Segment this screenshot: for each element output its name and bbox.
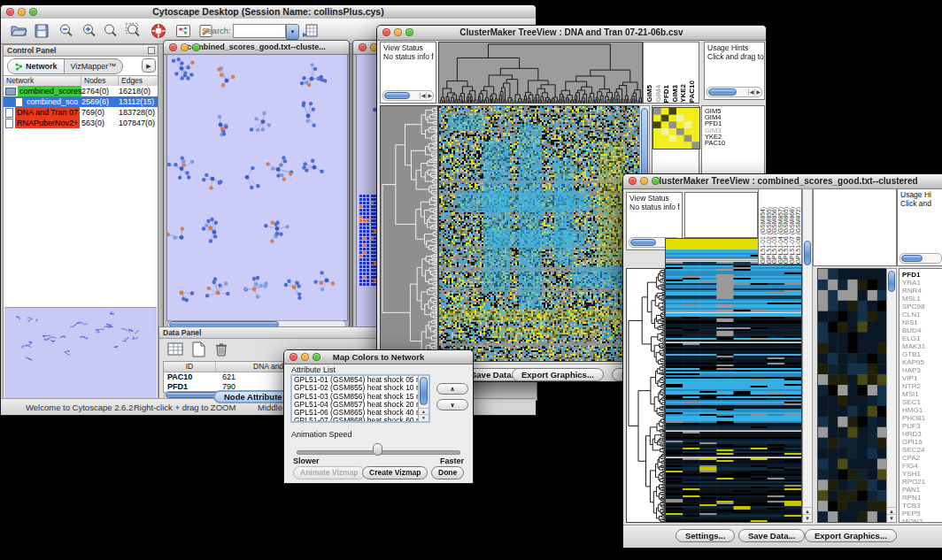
open-session-icon[interactable] (10, 22, 29, 40)
column-header-nodes[interactable]: Nodes (81, 76, 119, 86)
float-panel-icon[interactable] (148, 47, 155, 54)
network-name-label: combined_scores (18, 86, 81, 96)
scroll-right-icon[interactable]: ▶ (426, 92, 433, 99)
row-label: MON2 (902, 518, 942, 523)
scrollbar-thumb[interactable] (420, 377, 428, 405)
zoom-button[interactable] (29, 8, 37, 16)
file-icon (15, 97, 23, 107)
column-label: GIM3 (671, 85, 680, 103)
row-label: VIP1 (902, 374, 942, 382)
import-table-icon[interactable] (302, 22, 321, 40)
move-up-button[interactable]: ∧ (436, 383, 468, 395)
dialog-titlebar[interactable]: Map Colors to Network (284, 350, 473, 364)
zoom-button[interactable] (192, 43, 200, 51)
treeview-button[interactable]: Settings... (676, 529, 735, 542)
new-attribute-icon[interactable] (189, 341, 207, 358)
zoom-button[interactable] (313, 353, 320, 361)
create-vizmap-button[interactable]: Create Vizmap (362, 466, 428, 479)
search-input[interactable] (233, 24, 286, 38)
hints-hscrollbar[interactable] (900, 253, 942, 264)
network-tree-row[interactable]: combined_scores2764(0)16218(0) (4, 86, 158, 96)
scrollbar-thumb[interactable] (708, 88, 737, 96)
minimize-button[interactable] (640, 177, 648, 185)
zoom-button[interactable] (405, 28, 413, 36)
close-button[interactable] (169, 43, 177, 51)
scroll-left-icon[interactable]: ◀ (748, 88, 755, 96)
more-tabs-button[interactable]: ▶ (142, 58, 156, 73)
row-dendrogram[interactable] (626, 268, 665, 523)
minimize-button[interactable] (394, 28, 402, 36)
list-vscrollbar[interactable]: ▲ ▼ (418, 376, 429, 421)
scroll-right-icon[interactable]: ▶ (754, 88, 761, 96)
zoom-heatmap[interactable] (817, 268, 888, 523)
scrollbar-thumb[interactable] (630, 239, 656, 246)
scroll-down-icon[interactable]: ▼ (887, 514, 896, 522)
attribute-item[interactable]: GPL51-07 (GSM868) heat shock 60 min (292, 417, 429, 423)
hints-hscrollbar[interactable]: ◀▶ (706, 87, 762, 97)
status-hscrollbar[interactable]: ◀▶ (382, 90, 434, 101)
zoom-out-icon[interactable] (58, 22, 77, 40)
zoom-in-icon[interactable] (81, 22, 100, 40)
global-heatmap[interactable] (665, 238, 802, 523)
close-button[interactable] (359, 43, 367, 51)
scrollbar-thumb[interactable] (384, 92, 410, 99)
move-down-button[interactable]: ∨ (436, 399, 468, 410)
scrollbar-thumb[interactable] (888, 271, 895, 292)
row-dendrogram[interactable] (380, 105, 438, 362)
column-header-edges[interactable]: Edges (119, 76, 158, 86)
minimize-button[interactable] (18, 8, 26, 16)
network-tree-row[interactable]: combined_sco2569(6)13112(15) (4, 96, 158, 107)
help-lifering-icon[interactable] (150, 22, 169, 40)
attribute-select-icon[interactable] (166, 341, 184, 358)
treeview1-titlebar[interactable]: ClusterMaker TreeView : DNA and Tran 07-… (377, 26, 766, 41)
close-button[interactable] (629, 177, 637, 185)
speed-slider-thumb[interactable] (373, 443, 382, 456)
file-icon (5, 119, 13, 128)
network-overview-thumbnail[interactable] (4, 307, 157, 401)
column-dendrogram-empty (684, 192, 758, 238)
tab-vizmapper[interactable]: VizMapper™ (64, 59, 123, 73)
minimize-button[interactable] (181, 43, 189, 51)
row-label: YRA1 (902, 279, 942, 287)
column-header-id[interactable]: ID (164, 362, 216, 372)
network-view-titlebar[interactable]: combined_scores_good.txt--cluste... (164, 41, 349, 55)
search-dropdown-icon[interactable]: ▼ (286, 24, 299, 40)
tab-network[interactable]: Network (8, 59, 64, 73)
similarity-matrix-heatmap[interactable] (652, 107, 700, 150)
heatmap-vscrollbar[interactable]: ▲ ▼ (802, 188, 813, 523)
network-tree-row[interactable]: DNA and Tran 07769(0)183728(0) (4, 107, 158, 118)
treeview-button[interactable]: Save Data... (738, 529, 805, 542)
scroll-down-icon[interactable]: ▼ (419, 414, 429, 421)
treeview-button[interactable]: Export Graphics... (512, 368, 604, 381)
scroll-left-icon[interactable]: ◀ (420, 92, 427, 99)
zoom-selected-icon[interactable] (125, 22, 144, 40)
view-status-box: View Status No status info f ◀▶ (380, 42, 436, 104)
scrollbar-thumb[interactable] (804, 241, 811, 265)
main-window-title: Cytoscape Desktop (Session Name: collins… (1, 5, 536, 19)
row-label: NIS1 (902, 318, 942, 326)
close-button[interactable] (290, 353, 297, 361)
done-button[interactable]: Done (431, 466, 464, 479)
column-header-network[interactable]: Network (4, 76, 81, 86)
zoom-button[interactable] (652, 177, 660, 185)
treeview-button[interactable]: Export Graphics... (805, 529, 897, 542)
treeview2-titlebar[interactable]: ClusterMaker TreeView : combined_scores_… (623, 174, 942, 189)
save-session-icon[interactable] (33, 22, 52, 40)
close-button[interactable] (6, 8, 14, 16)
zoom-vscrollbar[interactable]: ▲ ▼ (886, 268, 897, 523)
scroll-down-icon[interactable]: ▼ (803, 514, 812, 522)
close-button[interactable] (382, 28, 390, 36)
attribute-list[interactable]: GPL51-01 (GSM854) heat shock 05 minGPL51… (290, 374, 430, 423)
main-titlebar[interactable]: Cytoscape Desktop (Session Name: collins… (1, 5, 536, 19)
global-heatmap[interactable] (438, 105, 640, 362)
network-tree-row[interactable]: RNAPuberNov2+563(0)107847(0) (4, 118, 158, 128)
minimize-button[interactable] (301, 353, 309, 361)
scrollbar-thumb[interactable] (901, 255, 923, 262)
delete-attribute-trash-icon[interactable] (212, 341, 230, 358)
network-canvas[interactable] (166, 54, 348, 321)
network-modification-icon[interactable] (174, 22, 194, 40)
animate-vizmap-button[interactable]: Animate Vizmap (293, 466, 366, 479)
tab-vizmapper-label: VizMapper™ (71, 60, 117, 73)
zoom-fit-icon[interactable] (102, 22, 121, 40)
column-dendrogram[interactable] (438, 42, 643, 104)
